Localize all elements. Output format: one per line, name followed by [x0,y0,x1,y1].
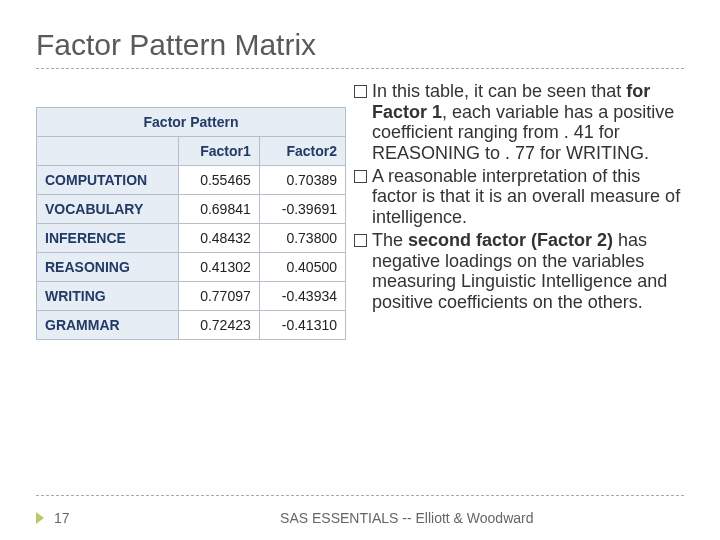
bullet-text: A reasonable interpretation of this fact… [372,166,684,228]
row-label: COMPUTATION [37,165,179,194]
cell-value: 0.73800 [259,223,345,252]
bullet-list: In this table, it can be seen that for F… [354,81,684,376]
factor-pattern-table: Factor Pattern Factor1 Factor2 COMPUTATI… [36,101,346,340]
table-row: VOCABULARY 0.69841 -0.39691 [37,194,346,223]
cell-value: -0.41310 [259,310,345,339]
bullet-item: The second factor (Factor 2) has negativ… [354,230,684,313]
cell-value: 0.70389 [259,165,345,194]
row-label: INFERENCE [37,223,179,252]
footer-marker-icon [36,512,44,524]
row-label: REASONING [37,252,179,281]
bullet-box-icon [354,234,367,247]
content-area: Factor Pattern Factor1 Factor2 COMPUTATI… [36,81,684,376]
col-header-2: Factor2 [259,136,345,165]
cell-value: 0.55465 [179,165,260,194]
table-row: REASONING 0.41302 0.40500 [37,252,346,281]
bullet-item: In this table, it can be seen that for F… [354,81,684,164]
table-container: Factor Pattern Factor1 Factor2 COMPUTATI… [36,81,346,376]
table-row: WRITING 0.77097 -0.43934 [37,281,346,310]
page-number: 17 [54,510,70,526]
bullet-text: In this table, it can be seen that for F… [372,81,684,164]
row-label: VOCABULARY [37,194,179,223]
table-row: INFERENCE 0.48432 0.73800 [37,223,346,252]
cell-value: 0.48432 [179,223,260,252]
footer-divider [36,495,684,496]
bullet-text: The second factor (Factor 2) has negativ… [372,230,684,313]
col-header-1: Factor1 [179,136,260,165]
bullet-item: A reasonable interpretation of this fact… [354,166,684,228]
cell-value: 0.69841 [179,194,260,223]
footer: 17 SAS ESSENTIALS -- Elliott & Woodward [36,510,684,526]
cell-value: 0.40500 [259,252,345,281]
table-title: Factor Pattern [37,107,346,136]
bullet-box-icon [354,85,367,98]
table-corner [37,136,179,165]
table-row: GRAMMAR 0.72423 -0.41310 [37,310,346,339]
table-row: COMPUTATION 0.55465 0.70389 [37,165,346,194]
bullet-box-icon [354,170,367,183]
cell-value: 0.72423 [179,310,260,339]
cell-value: 0.77097 [179,281,260,310]
footer-source: SAS ESSENTIALS -- Elliott & Woodward [130,510,684,526]
row-label: GRAMMAR [37,310,179,339]
cell-value: 0.41302 [179,252,260,281]
cell-value: -0.43934 [259,281,345,310]
title-divider [36,68,684,69]
cell-value: -0.39691 [259,194,345,223]
slide-title: Factor Pattern Matrix [36,28,684,62]
row-label: WRITING [37,281,179,310]
